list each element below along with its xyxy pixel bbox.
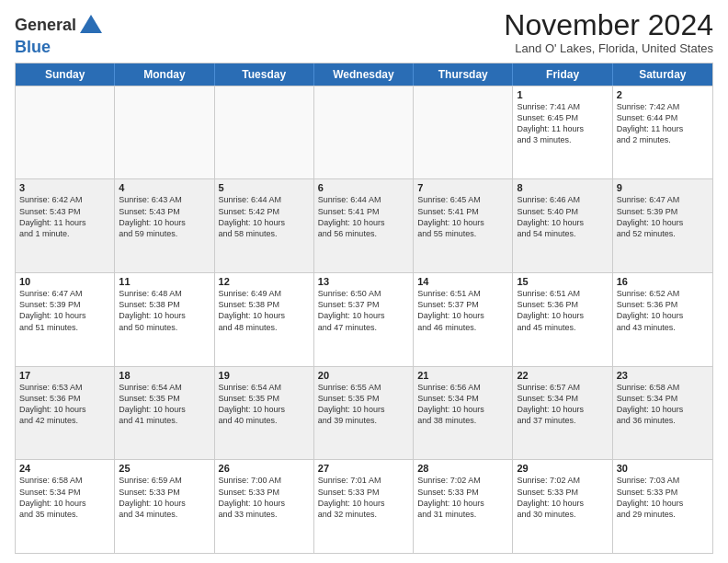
day-number: 9 bbox=[617, 182, 709, 193]
day-info: Sunrise: 6:47 AMSunset: 5:39 PMDaylight:… bbox=[19, 288, 110, 333]
title-block: November 2024 Land O' Lakes, Florida, Un… bbox=[504, 9, 713, 55]
calendar-row-4: 17Sunrise: 6:53 AMSunset: 5:36 PMDayligh… bbox=[16, 366, 712, 460]
calendar-cell: 29Sunrise: 7:02 AMSunset: 5:33 PMDayligh… bbox=[513, 460, 612, 553]
day-number: 3 bbox=[19, 182, 110, 193]
day-number: 22 bbox=[517, 370, 608, 381]
calendar-row-5: 24Sunrise: 6:58 AMSunset: 5:34 PMDayligh… bbox=[16, 459, 712, 553]
logo-blue: Blue bbox=[15, 39, 104, 57]
day-number: 4 bbox=[119, 182, 210, 193]
calendar-cell bbox=[215, 86, 314, 179]
calendar-cell: 7Sunrise: 6:45 AMSunset: 5:41 PMDaylight… bbox=[414, 179, 513, 272]
day-number: 19 bbox=[219, 370, 310, 381]
calendar-cell: 13Sunrise: 6:50 AMSunset: 5:37 PMDayligh… bbox=[314, 273, 414, 366]
day-info: Sunrise: 6:57 AMSunset: 5:34 PMDaylight:… bbox=[517, 382, 608, 427]
day-info: Sunrise: 7:03 AMSunset: 5:33 PMDaylight:… bbox=[617, 475, 709, 520]
day-info: Sunrise: 6:59 AMSunset: 5:33 PMDaylight:… bbox=[119, 475, 210, 520]
day-number: 24 bbox=[19, 463, 110, 474]
day-info: Sunrise: 6:52 AMSunset: 5:36 PMDaylight:… bbox=[617, 288, 709, 333]
day-number: 30 bbox=[617, 463, 709, 474]
day-info: Sunrise: 6:43 AMSunset: 5:43 PMDaylight:… bbox=[119, 194, 210, 239]
logo-icon bbox=[78, 13, 104, 39]
calendar-cell: 14Sunrise: 6:51 AMSunset: 5:37 PMDayligh… bbox=[414, 273, 513, 366]
day-info: Sunrise: 6:54 AMSunset: 5:35 PMDaylight:… bbox=[119, 382, 210, 427]
month-title: November 2024 bbox=[504, 9, 713, 41]
day-number: 27 bbox=[318, 463, 409, 474]
day-info: Sunrise: 6:44 AMSunset: 5:42 PMDaylight:… bbox=[219, 194, 310, 239]
calendar-cell: 30Sunrise: 7:03 AMSunset: 5:33 PMDayligh… bbox=[613, 460, 712, 553]
day-number: 12 bbox=[219, 276, 310, 287]
calendar-cell: 23Sunrise: 6:58 AMSunset: 5:34 PMDayligh… bbox=[613, 367, 712, 460]
logo: General Blue bbox=[15, 13, 104, 57]
calendar-cell: 25Sunrise: 6:59 AMSunset: 5:33 PMDayligh… bbox=[115, 460, 214, 553]
calendar-cell: 5Sunrise: 6:44 AMSunset: 5:42 PMDaylight… bbox=[215, 179, 314, 272]
calendar-cell: 15Sunrise: 6:51 AMSunset: 5:36 PMDayligh… bbox=[513, 273, 612, 366]
day-info: Sunrise: 7:02 AMSunset: 5:33 PMDaylight:… bbox=[417, 475, 508, 520]
day-number: 29 bbox=[517, 463, 608, 474]
weekday-header-sunday: Sunday bbox=[16, 63, 115, 86]
day-info: Sunrise: 6:55 AMSunset: 5:35 PMDaylight:… bbox=[318, 382, 409, 427]
day-number: 15 bbox=[517, 276, 608, 287]
calendar-cell: 26Sunrise: 7:00 AMSunset: 5:33 PMDayligh… bbox=[215, 460, 314, 553]
day-info: Sunrise: 7:42 AMSunset: 6:44 PMDaylight:… bbox=[617, 101, 709, 146]
calendar-row-2: 3Sunrise: 6:42 AMSunset: 5:43 PMDaylight… bbox=[16, 178, 712, 272]
svg-marker-0 bbox=[80, 15, 102, 33]
calendar-cell: 16Sunrise: 6:52 AMSunset: 5:36 PMDayligh… bbox=[613, 273, 712, 366]
calendar-cell: 19Sunrise: 6:54 AMSunset: 5:35 PMDayligh… bbox=[215, 367, 314, 460]
day-number: 14 bbox=[417, 276, 508, 287]
day-info: Sunrise: 6:58 AMSunset: 5:34 PMDaylight:… bbox=[617, 382, 709, 427]
day-number: 28 bbox=[417, 463, 508, 474]
calendar-body: 1Sunrise: 7:41 AMSunset: 6:45 PMDaylight… bbox=[16, 86, 712, 553]
day-info: Sunrise: 6:50 AMSunset: 5:37 PMDaylight:… bbox=[318, 288, 409, 333]
calendar-cell: 17Sunrise: 6:53 AMSunset: 5:36 PMDayligh… bbox=[16, 367, 115, 460]
calendar-cell: 2Sunrise: 7:42 AMSunset: 6:44 PMDaylight… bbox=[613, 86, 712, 179]
logo-general: General bbox=[15, 17, 76, 35]
calendar-cell: 28Sunrise: 7:02 AMSunset: 5:33 PMDayligh… bbox=[414, 460, 513, 553]
calendar-cell bbox=[16, 86, 115, 179]
day-number: 26 bbox=[219, 463, 310, 474]
calendar-cell: 1Sunrise: 7:41 AMSunset: 6:45 PMDaylight… bbox=[513, 86, 612, 179]
calendar-cell bbox=[115, 86, 214, 179]
day-info: Sunrise: 6:44 AMSunset: 5:41 PMDaylight:… bbox=[318, 194, 409, 239]
day-number: 6 bbox=[318, 182, 409, 193]
day-info: Sunrise: 7:01 AMSunset: 5:33 PMDaylight:… bbox=[318, 475, 409, 520]
calendar-cell: 10Sunrise: 6:47 AMSunset: 5:39 PMDayligh… bbox=[16, 273, 115, 366]
weekday-header-thursday: Thursday bbox=[414, 63, 513, 86]
day-number: 1 bbox=[517, 89, 608, 100]
day-info: Sunrise: 6:42 AMSunset: 5:43 PMDaylight:… bbox=[19, 194, 110, 239]
day-info: Sunrise: 6:48 AMSunset: 5:38 PMDaylight:… bbox=[119, 288, 210, 333]
calendar-cell: 21Sunrise: 6:56 AMSunset: 5:34 PMDayligh… bbox=[414, 367, 513, 460]
weekday-header-friday: Friday bbox=[513, 63, 612, 86]
day-number: 2 bbox=[617, 89, 709, 100]
day-info: Sunrise: 6:56 AMSunset: 5:34 PMDaylight:… bbox=[417, 382, 508, 427]
day-number: 20 bbox=[318, 370, 409, 381]
weekday-header-wednesday: Wednesday bbox=[314, 63, 414, 86]
location: Land O' Lakes, Florida, United States bbox=[504, 41, 713, 55]
day-info: Sunrise: 6:53 AMSunset: 5:36 PMDaylight:… bbox=[19, 382, 110, 427]
page: General Blue November 2024 Land O' Lakes… bbox=[0, 0, 728, 563]
calendar-row-3: 10Sunrise: 6:47 AMSunset: 5:39 PMDayligh… bbox=[16, 272, 712, 366]
day-info: Sunrise: 6:45 AMSunset: 5:41 PMDaylight:… bbox=[417, 194, 508, 239]
day-number: 21 bbox=[417, 370, 508, 381]
calendar-cell: 11Sunrise: 6:48 AMSunset: 5:38 PMDayligh… bbox=[115, 273, 214, 366]
calendar-cell: 8Sunrise: 6:46 AMSunset: 5:40 PMDaylight… bbox=[513, 179, 612, 272]
day-number: 16 bbox=[617, 276, 709, 287]
day-info: Sunrise: 6:51 AMSunset: 5:36 PMDaylight:… bbox=[517, 288, 608, 333]
header: General Blue November 2024 Land O' Lakes… bbox=[15, 9, 713, 57]
calendar: SundayMondayTuesdayWednesdayThursdayFrid… bbox=[15, 63, 713, 554]
calendar-header: SundayMondayTuesdayWednesdayThursdayFrid… bbox=[16, 63, 712, 86]
day-number: 11 bbox=[119, 276, 210, 287]
calendar-cell: 12Sunrise: 6:49 AMSunset: 5:38 PMDayligh… bbox=[215, 273, 314, 366]
day-info: Sunrise: 7:00 AMSunset: 5:33 PMDaylight:… bbox=[219, 475, 310, 520]
day-number: 7 bbox=[417, 182, 508, 193]
calendar-cell: 20Sunrise: 6:55 AMSunset: 5:35 PMDayligh… bbox=[314, 367, 414, 460]
day-info: Sunrise: 7:02 AMSunset: 5:33 PMDaylight:… bbox=[517, 475, 608, 520]
day-number: 25 bbox=[119, 463, 210, 474]
day-number: 13 bbox=[318, 276, 409, 287]
day-number: 10 bbox=[19, 276, 110, 287]
day-info: Sunrise: 7:41 AMSunset: 6:45 PMDaylight:… bbox=[517, 101, 608, 146]
calendar-row-1: 1Sunrise: 7:41 AMSunset: 6:45 PMDaylight… bbox=[16, 86, 712, 179]
day-info: Sunrise: 6:46 AMSunset: 5:40 PMDaylight:… bbox=[517, 194, 608, 239]
day-number: 8 bbox=[517, 182, 608, 193]
day-info: Sunrise: 6:47 AMSunset: 5:39 PMDaylight:… bbox=[617, 194, 709, 239]
weekday-header-monday: Monday bbox=[115, 63, 214, 86]
